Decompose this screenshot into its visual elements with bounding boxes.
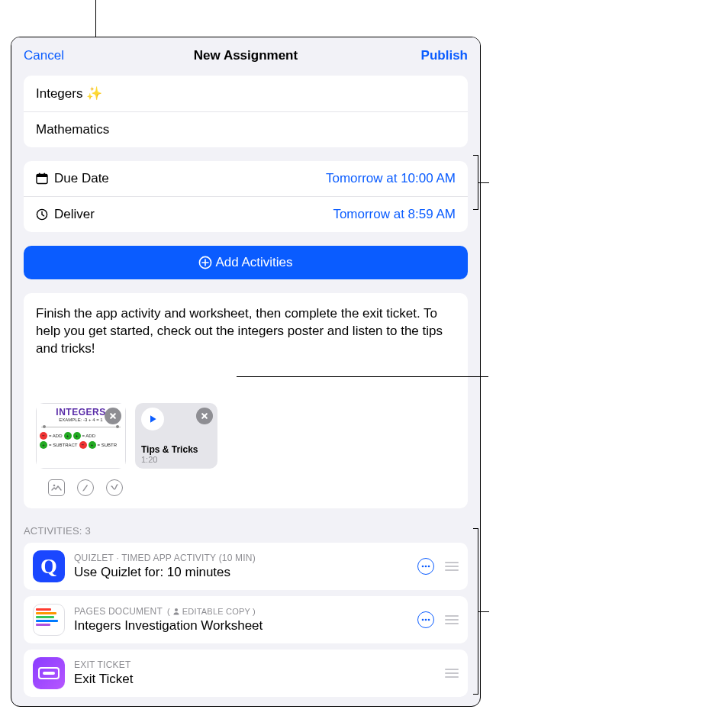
calendar-icon — [36, 172, 54, 185]
callout-line-instructions — [237, 376, 488, 377]
add-activities-label: Add Activities — [215, 255, 292, 270]
activity-meta: QUIZLET · TIMED APP ACTIVITY (10 MIN) — [74, 553, 408, 563]
svg-point-10 — [175, 608, 178, 611]
publish-button[interactable]: Publish — [407, 48, 468, 63]
svg-point-13 — [428, 619, 430, 621]
add-audio-button[interactable] — [106, 479, 123, 496]
svg-point-6 — [53, 485, 56, 487]
clock-icon — [36, 208, 54, 221]
media-toolbar — [48, 479, 443, 496]
activity-title: Exit Ticket — [74, 672, 436, 687]
play-icon[interactable] — [141, 408, 164, 430]
deliver-label: Deliver — [54, 207, 95, 222]
svg-point-11 — [422, 619, 424, 621]
activity-meta: PAGES DOCUMENT ( EDITABLE COPY) — [74, 606, 408, 617]
page-title: New Assignment — [194, 48, 298, 63]
svg-point-8 — [425, 566, 427, 568]
remove-attachment-button[interactable] — [196, 408, 213, 424]
svg-point-12 — [425, 619, 427, 621]
add-photo-button[interactable] — [48, 479, 65, 496]
activity-row[interactable]: QUIZLET · TIMED APP ACTIVITY (10 MIN) Us… — [24, 543, 468, 590]
activity-row[interactable]: EXIT TICKET Exit Ticket — [24, 650, 468, 697]
editable-copy-badge: ( EDITABLE COPY) — [167, 607, 256, 616]
nav-bar: Cancel New Assignment Publish — [11, 37, 480, 71]
activity-title: Integers Investigation Worksheet — [74, 618, 408, 634]
attachments-row: INTEGERS EXAMPLE: -3 + 4 = 1 −= ADD++= A… — [36, 403, 456, 469]
assignment-class-field[interactable]: Mathematics — [24, 111, 468, 147]
deliver-row[interactable]: Deliver Tomorrow at 8:59 AM — [24, 196, 468, 232]
audio-duration: 1:20 — [141, 455, 211, 464]
svg-point-9 — [428, 566, 430, 568]
add-drawing-button[interactable] — [77, 479, 94, 496]
plus-circle-icon — [198, 256, 212, 269]
due-date-label: Due Date — [54, 171, 109, 186]
poster-attachment[interactable]: INTEGERS EXAMPLE: -3 + 4 = 1 −= ADD++= A… — [36, 403, 126, 469]
activity-row[interactable]: PAGES DOCUMENT ( EDITABLE COPY) Integers… — [24, 596, 468, 643]
svg-rect-2 — [39, 173, 40, 176]
due-date-row[interactable]: Due Date Tomorrow at 10:00 AM — [24, 161, 468, 196]
content-scroll[interactable]: Integers ✨ Mathematics Due Date Tomorrow… — [11, 71, 480, 706]
activity-title: Use Quizlet for: 10 minutes — [74, 565, 408, 580]
deliver-value: Tomorrow at 8:59 AM — [95, 207, 456, 222]
svg-rect-1 — [37, 175, 47, 178]
assignment-title-field[interactable]: Integers ✨ — [24, 76, 468, 111]
dates-card: Due Date Tomorrow at 10:00 AM Deliver To… — [24, 161, 468, 232]
svg-rect-3 — [43, 173, 45, 176]
audio-attachment[interactable]: Tips & Tricks 1:20 — [135, 403, 217, 469]
remove-attachment-button[interactable] — [105, 408, 121, 424]
pages-document-icon — [33, 604, 65, 636]
cancel-button[interactable]: Cancel — [24, 48, 85, 63]
callout-bracket-activities — [478, 528, 478, 695]
assignment-editor-panel: Cancel New Assignment Publish Integers ✨… — [11, 37, 481, 707]
drag-handle-icon[interactable] — [445, 615, 459, 624]
quizlet-icon — [33, 550, 65, 582]
assignment-title-card: Integers ✨ Mathematics — [24, 76, 468, 147]
due-date-value: Tomorrow at 10:00 AM — [109, 171, 456, 186]
audio-title: Tips & Tricks — [141, 444, 211, 455]
callout-bracket-dates — [478, 155, 478, 210]
svg-point-7 — [422, 566, 424, 568]
activities-section-header: ACTIVITIES: 3 — [24, 525, 468, 537]
add-activities-button[interactable]: Add Activities — [24, 246, 468, 279]
activity-more-button[interactable] — [417, 611, 434, 628]
drag-handle-icon[interactable] — [445, 669, 459, 678]
activity-meta: EXIT TICKET — [74, 659, 436, 670]
activity-more-button[interactable] — [417, 558, 434, 575]
instructions-card: Finish the app activity and worksheet, t… — [24, 293, 468, 508]
assignment-title-value: Integers ✨ — [36, 85, 102, 102]
exit-ticket-icon — [33, 657, 65, 689]
drag-handle-icon[interactable] — [445, 562, 459, 571]
assignment-class-value: Mathematics — [36, 122, 109, 137]
